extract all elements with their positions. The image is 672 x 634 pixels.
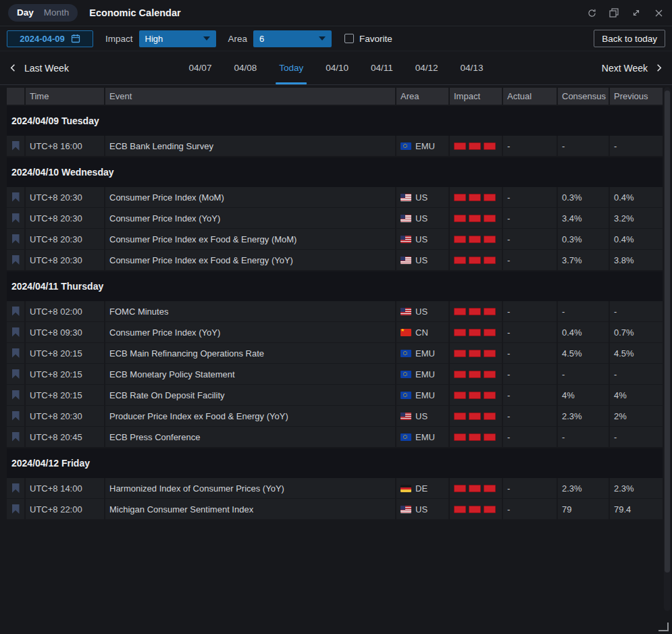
impact-bar-icon: [454, 257, 466, 264]
chevron-right-icon: [654, 63, 664, 73]
area-code: EMU: [415, 432, 435, 442]
event-area: EMU: [396, 136, 448, 156]
area-code: CN: [415, 327, 428, 338]
event-row[interactable]: UTC+8 20:45ECB Press ConferenceEMU---: [7, 427, 663, 447]
event-row[interactable]: UTC+8 09:30Consumer Price Index (YoY)★CN…: [7, 322, 663, 342]
event-row[interactable]: UTC+8 20:30Consumer Price Index (YoY)US-…: [7, 208, 663, 228]
close-icon[interactable]: [653, 7, 664, 18]
event-area: US: [396, 301, 448, 321]
day-tab-04-13[interactable]: 04/13: [459, 51, 486, 84]
impact-bar-icon: [454, 392, 466, 399]
bookmark-icon[interactable]: [12, 192, 20, 202]
event-row[interactable]: UTC+8 02:00FOMC MinutesUS---: [7, 301, 663, 321]
event-row[interactable]: UTC+8 20:30Producer Price Index ex Food …: [7, 406, 663, 426]
impact-bar-icon: [484, 236, 496, 243]
bookmark-cell: [7, 364, 24, 384]
events-table: TimeEventAreaImpactActualConsensusPrevio…: [7, 88, 663, 519]
scrollbar-thumb[interactable]: [665, 90, 670, 573]
bookmark-icon[interactable]: [12, 327, 20, 337]
bookmark-icon[interactable]: [12, 348, 20, 358]
bookmark-icon[interactable]: [12, 411, 20, 421]
header-time: Time: [26, 88, 104, 105]
last-week-label: Last Week: [24, 63, 69, 74]
event-area: ★CN: [396, 322, 448, 342]
resize-handle[interactable]: [658, 623, 669, 631]
impact-bar-icon: [484, 257, 496, 264]
event-time: UTC+8 20:30: [26, 406, 104, 426]
bookmark-icon[interactable]: [12, 504, 20, 514]
day-tab-04-11[interactable]: 04/11: [369, 51, 395, 84]
day-tab-04-12[interactable]: 04/12: [413, 51, 440, 84]
impact-bar-icon: [469, 371, 481, 378]
event-row[interactable]: UTC+8 20:15ECB Rate On Deposit FacilityE…: [7, 385, 663, 405]
bookmark-icon[interactable]: [12, 255, 20, 265]
event-row[interactable]: UTC+8 22:00Michigan Consumer Sentiment I…: [7, 499, 663, 519]
day-tab-today[interactable]: Today: [277, 51, 305, 84]
area-code: US: [415, 411, 428, 421]
back-to-today-button[interactable]: Back to today: [594, 30, 665, 47]
impact-bar-icon: [454, 433, 466, 441]
flag-us-icon: [400, 236, 411, 243]
impact-bar-icon: [484, 215, 496, 222]
event-time: UTC+8 14:00: [26, 478, 104, 498]
header-event: Event: [105, 88, 395, 105]
event-row[interactable]: UTC+8 14:00Harmonized Index of Consumer …: [7, 478, 663, 498]
event-previous: 0.4%: [610, 187, 663, 207]
bookmark-icon[interactable]: [12, 141, 20, 151]
event-consensus: 3.7%: [558, 250, 609, 270]
event-row[interactable]: UTC+8 20:15ECB Main Refinancing Operatio…: [7, 343, 663, 363]
next-week-button[interactable]: Next Week: [602, 63, 664, 74]
impact-bar-icon: [454, 194, 466, 201]
event-actual: -: [503, 478, 557, 498]
event-name: Consumer Price Index (YoY): [105, 208, 395, 228]
event-area: US: [396, 208, 448, 228]
event-time: UTC+8 16:00: [26, 136, 104, 156]
impact-bar-icon: [469, 308, 481, 315]
bookmark-icon[interactable]: [12, 432, 20, 442]
impact-dropdown[interactable]: High: [139, 30, 216, 47]
bookmark-icon[interactable]: [12, 213, 20, 223]
date-picker[interactable]: 2024-04-09: [7, 30, 93, 47]
event-row[interactable]: UTC+8 20:30Consumer Price Index ex Food …: [7, 229, 663, 249]
event-row[interactable]: UTC+8 20:15ECB Monetary Policy Statement…: [7, 364, 663, 384]
event-previous: 2%: [610, 406, 663, 426]
bookmark-icon[interactable]: [12, 307, 20, 316]
impact-bar-icon: [469, 506, 481, 513]
bookmark-cell: [7, 343, 24, 363]
event-actual: -: [503, 322, 557, 342]
tab-day[interactable]: Day: [17, 4, 34, 22]
event-consensus: 0.3%: [558, 229, 609, 249]
event-row[interactable]: UTC+8 20:30Consumer Price Index (MoM)US-…: [7, 187, 663, 207]
window-controls: [586, 7, 664, 18]
flag-cn-icon: ★: [400, 329, 411, 336]
tab-month[interactable]: Month: [44, 4, 70, 22]
flag-eu-icon: [400, 371, 411, 378]
event-area: US: [396, 250, 448, 270]
event-name: Consumer Price Index (MoM): [105, 187, 395, 207]
flag-eu-icon: [400, 433, 411, 441]
vertical-scrollbar[interactable]: [664, 87, 671, 611]
event-row[interactable]: UTC+8 20:30Consumer Price Index ex Food …: [7, 250, 663, 270]
event-name: Consumer Price Index (YoY): [105, 322, 395, 342]
expand-icon[interactable]: [631, 7, 642, 18]
day-tab-04-10[interactable]: 04/10: [324, 51, 351, 84]
day-tab-04-07[interactable]: 04/07: [187, 51, 214, 84]
favorite-checkbox[interactable]: [344, 34, 354, 43]
impact-bar-icon: [469, 236, 481, 243]
area-dropdown[interactable]: 6: [253, 30, 332, 47]
date-section-header: 2024/04/12 Friday: [7, 448, 663, 478]
bookmark-cell: [7, 187, 24, 207]
impact-bar-icon: [469, 142, 481, 150]
last-week-button[interactable]: Last Week: [8, 63, 69, 74]
bookmark-icon[interactable]: [12, 234, 20, 244]
bookmark-icon[interactable]: [12, 390, 20, 400]
event-row[interactable]: UTC+8 16:00ECB Bank Lending SurveyEMU---: [7, 136, 663, 156]
header-bookmark-column: [7, 88, 24, 105]
bookmark-icon[interactable]: [12, 483, 20, 493]
duplicate-icon[interactable]: [609, 7, 619, 18]
bookmark-icon[interactable]: [12, 369, 20, 379]
refresh-icon[interactable]: [586, 7, 597, 18]
area-code: EMU: [415, 348, 435, 359]
impact-bar-icon: [484, 485, 496, 492]
day-tab-04-08[interactable]: 04/08: [232, 51, 259, 84]
